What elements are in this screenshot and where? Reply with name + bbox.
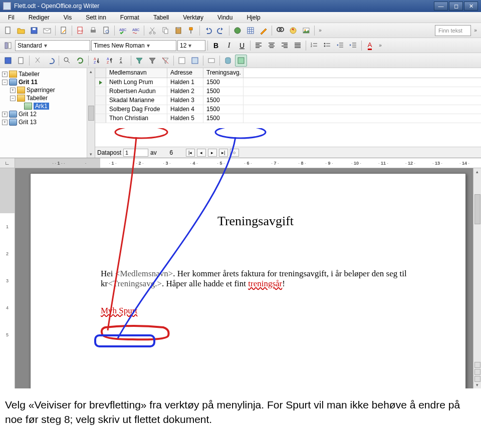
table-row[interactable]: Skadal MarianneHalden 31500 xyxy=(95,96,481,105)
edit-doc-button[interactable] xyxy=(58,25,70,37)
merge-field-treningsavg[interactable]: <Treningsavg.> xyxy=(108,279,162,288)
format-paint-button[interactable] xyxy=(185,25,197,37)
sort-desc-button[interactable]: AZ xyxy=(104,55,116,67)
nav-prev-button[interactable]: ◂ xyxy=(197,149,206,157)
menu-format[interactable]: Format xyxy=(114,13,145,22)
email-button[interactable] xyxy=(41,25,53,37)
explorer-toggle-button[interactable] xyxy=(235,55,247,67)
tree-tabeller-2[interactable]: Tabeller xyxy=(27,95,48,102)
table-row[interactable]: Neth Long PrumHalden 11500 xyxy=(95,78,481,87)
menu-rediger[interactable]: Rediger xyxy=(23,13,56,22)
filter-button[interactable] xyxy=(146,55,158,67)
spellcheck-button[interactable]: ABC xyxy=(117,25,129,37)
tree-ark1[interactable]: Ark1 xyxy=(34,103,49,110)
db-undo-button[interactable] xyxy=(45,55,57,67)
bullet-list-button[interactable] xyxy=(321,40,333,52)
col-medlemsnavn[interactable]: Medlemsnavn xyxy=(106,68,167,78)
menu-settinn[interactable]: Sett inn xyxy=(80,13,112,22)
table-row[interactable]: Robertsen AudunHalden 21500 xyxy=(95,87,481,96)
paragraph-style-combo[interactable]: Standard▾ xyxy=(15,40,90,51)
italic-button[interactable]: I xyxy=(223,40,235,52)
tree-grit13[interactable]: Grit 13 xyxy=(19,119,37,126)
col-adresse[interactable]: Adresse xyxy=(167,68,203,78)
underline-button[interactable]: U xyxy=(236,40,248,52)
styles-button[interactable] xyxy=(2,40,14,52)
nav-last-button[interactable]: ▸| xyxy=(219,149,228,157)
toolbar-overflow-icon[interactable]: » xyxy=(317,28,324,33)
minimize-button[interactable]: — xyxy=(434,2,448,11)
nav-new-button[interactable]: ○ xyxy=(230,149,239,157)
tree-tabeller[interactable]: Tabeller xyxy=(19,71,40,78)
db-save-button[interactable] xyxy=(2,55,14,67)
print-preview-button[interactable] xyxy=(100,25,112,37)
horizontal-ruler[interactable]: ∟ · · 1 · · · · 1 ·· 2 ·· 3 · · 4 ·· 5 ·… xyxy=(0,158,481,168)
align-left-button[interactable] xyxy=(253,40,265,52)
table-row[interactable]: Thon ChristianHalden 51500 xyxy=(95,114,481,123)
menu-verktoy[interactable]: Verktøy xyxy=(177,13,209,22)
db-refresh-button[interactable] xyxy=(74,55,86,67)
table-row[interactable]: Solberg Dag FrodeHalden 41500 xyxy=(95,105,481,114)
decrease-indent-button[interactable] xyxy=(334,40,346,52)
menu-hjelp[interactable]: Hjelp xyxy=(241,13,266,22)
align-justify-button[interactable] xyxy=(292,40,304,52)
db-find-button[interactable] xyxy=(61,55,73,67)
find-button[interactable] xyxy=(274,25,286,37)
align-center-button[interactable] xyxy=(266,40,278,52)
increase-indent-button[interactable] xyxy=(347,40,359,52)
vertical-scrollbar[interactable]: ▴ ▾ xyxy=(473,168,481,388)
col-treningsavg[interactable]: Treningsavg. xyxy=(203,68,244,78)
vertical-ruler[interactable]: 12345 xyxy=(0,168,15,388)
tree-sporringer[interactable]: Spørringer xyxy=(27,87,55,94)
autofilter-button[interactable] xyxy=(133,55,145,67)
data-to-fields-button[interactable] xyxy=(189,55,201,67)
db-cut-button[interactable] xyxy=(32,55,44,67)
hyperlink-button[interactable] xyxy=(231,25,244,37)
bold-button[interactable]: B xyxy=(210,40,222,52)
nav-first-button[interactable]: |◂ xyxy=(186,149,195,157)
db-edit-button[interactable] xyxy=(15,55,27,67)
page-canvas[interactable]: Treningsavgift Hei <Medlemsnavn>. Her ko… xyxy=(15,168,473,388)
close-button[interactable]: ✕ xyxy=(464,2,478,11)
autospell-button[interactable]: ABC xyxy=(130,25,142,37)
font-size-combo[interactable]: 12▾ xyxy=(177,40,205,51)
paste-button[interactable] xyxy=(172,25,184,37)
redo-button[interactable] xyxy=(215,25,227,37)
cut-button[interactable] xyxy=(146,25,158,37)
tree-grit11[interactable]: Grit 11 xyxy=(19,79,38,86)
merge-field-medlemsnavn[interactable]: <Medlemsnavn> xyxy=(115,269,173,278)
datasource-tree[interactable]: +Tabeller −Grit 11 +Spørringer −Tabeller… xyxy=(0,68,87,158)
table-button[interactable] xyxy=(245,25,257,37)
nav-current-input[interactable] xyxy=(123,149,148,157)
formatting-overflow-icon[interactable]: » xyxy=(377,43,384,48)
menu-fil[interactable]: Fil xyxy=(2,13,21,22)
new-doc-button[interactable] xyxy=(2,25,14,37)
mail-merge-button[interactable] xyxy=(205,55,217,67)
maximize-button[interactable]: ◻ xyxy=(449,2,463,11)
tree-grit12[interactable]: Grit 12 xyxy=(19,111,37,118)
align-right-button[interactable] xyxy=(279,40,291,52)
save-button[interactable] xyxy=(28,25,40,37)
find-input[interactable]: Finn tekst xyxy=(435,25,471,36)
data-to-text-button[interactable] xyxy=(176,55,188,67)
tree-scrollbar[interactable]: ▴▾ xyxy=(87,68,95,158)
menu-vis[interactable]: Vis xyxy=(58,13,78,22)
sort-asc-button[interactable]: AZ xyxy=(91,55,103,67)
export-pdf-button[interactable]: PDF xyxy=(74,25,86,37)
remove-filter-button[interactable] xyxy=(159,55,171,67)
navigator-button[interactable] xyxy=(287,25,299,37)
gallery-button[interactable] xyxy=(300,25,312,37)
menu-vindu[interactable]: Vindu xyxy=(211,13,238,22)
nav-next-button[interactable]: ▸ xyxy=(208,149,217,157)
datasource-button[interactable] xyxy=(222,55,234,67)
menu-tabell[interactable]: Tabell xyxy=(147,13,175,22)
undo-button[interactable] xyxy=(202,25,214,37)
font-name-combo[interactable]: Times New Roman▾ xyxy=(91,40,176,51)
font-color-button[interactable]: A xyxy=(364,40,376,52)
print-button[interactable] xyxy=(87,25,99,37)
open-button[interactable] xyxy=(15,25,27,37)
draw-button[interactable] xyxy=(258,25,270,37)
toolbar-overflow-2-icon[interactable]: » xyxy=(472,28,479,33)
number-list-button[interactable]: 12 xyxy=(308,40,320,52)
sort-button[interactable]: ZA xyxy=(117,55,129,67)
copy-button[interactable] xyxy=(159,25,171,37)
